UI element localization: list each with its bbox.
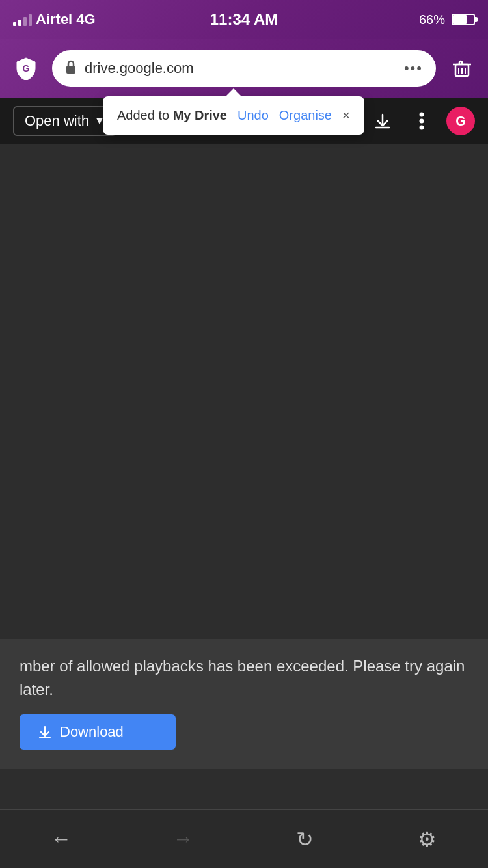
snackbar-undo-button[interactable]: Undo: [237, 108, 269, 123]
battery-info: 66%: [419, 12, 475, 27]
trash-icon[interactable]: [445, 51, 479, 85]
forward-button[interactable]: →: [163, 820, 202, 859]
settings-button[interactable]: ⚙: [407, 820, 446, 859]
refresh-button[interactable]: ↻: [286, 820, 325, 859]
svg-rect-1: [66, 66, 75, 74]
svg-point-7: [420, 119, 424, 124]
url-text: drive.google.com: [85, 60, 396, 77]
status-bar: Airtel 4G 11:34 AM 66%: [0, 0, 488, 39]
svg-point-8: [420, 126, 424, 130]
open-with-label: Open with: [25, 113, 89, 129]
error-message: mber of allowed playbacks has been excee…: [20, 655, 468, 701]
download-icon[interactable]: [368, 107, 397, 135]
avatar-initial: G: [455, 114, 466, 129]
snackbar: Added to My Drive Undo Organise ×: [103, 96, 364, 135]
error-area: mber of allowed playbacks has been excee…: [0, 639, 488, 769]
url-bar[interactable]: drive.google.com •••: [52, 50, 436, 87]
snackbar-close-button[interactable]: ×: [342, 108, 350, 123]
browser-url-bar: G drive.google.com •••: [0, 39, 488, 98]
svg-point-6: [420, 113, 424, 117]
snackbar-message: Added to My Drive: [117, 108, 227, 123]
signal-icon: [13, 13, 32, 26]
svg-text:G: G: [23, 63, 30, 74]
avatar[interactable]: G: [446, 107, 475, 135]
main-content-area: [0, 144, 488, 639]
download-button[interactable]: Download: [20, 714, 176, 750]
more-options-icon[interactable]: [407, 107, 436, 135]
open-with-button[interactable]: Open with ▼: [13, 106, 116, 136]
status-time: 11:34 AM: [210, 10, 278, 29]
carrier-info: Airtel 4G: [13, 11, 96, 28]
download-label: Download: [60, 724, 124, 740]
bottom-navigation: ← → ↻ ⚙: [0, 809, 488, 868]
battery-icon: [452, 14, 475, 25]
shield-icon[interactable]: G: [9, 51, 43, 85]
back-button[interactable]: ←: [42, 820, 81, 859]
battery-percentage: 66%: [419, 12, 445, 27]
carrier-label: Airtel: [36, 11, 72, 28]
snackbar-organise-button[interactable]: Organise: [279, 108, 332, 123]
network-type: 4G: [76, 11, 95, 28]
browser-menu-dots[interactable]: •••: [404, 60, 423, 77]
lock-icon: [65, 60, 77, 77]
